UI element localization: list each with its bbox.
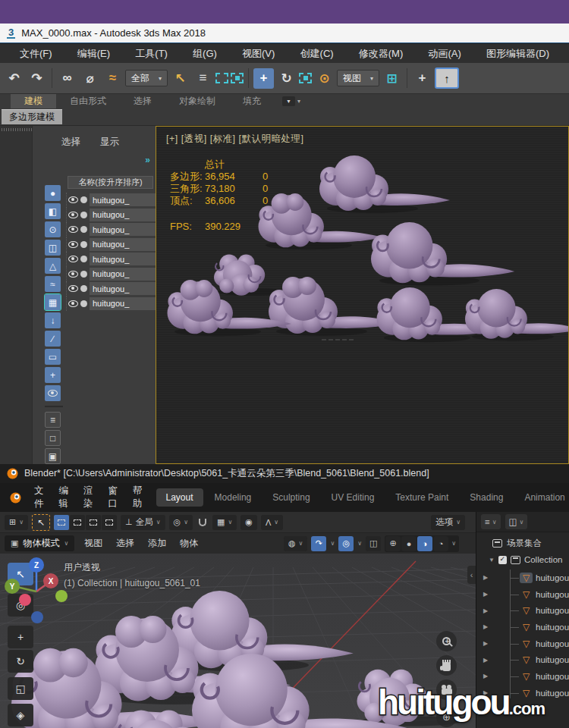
zoom-button[interactable] bbox=[436, 631, 457, 651]
workspace-tab-shading[interactable]: Shading bbox=[460, 488, 513, 507]
scene-object-row-1[interactable]: huitugou_ bbox=[66, 208, 156, 223]
undo-icon[interactable]: ↶ bbox=[4, 68, 24, 89]
visibility-eye-icon[interactable] bbox=[68, 256, 78, 262]
blender-menu-2[interactable]: 渲染 bbox=[77, 483, 99, 512]
reference-coordinate-dropdown[interactable]: 视图▾ bbox=[337, 70, 379, 86]
active-tool-icon[interactable]: ↖ bbox=[32, 514, 50, 531]
scene-object-row-3[interactable]: huitugou_ bbox=[66, 237, 156, 253]
navigation-gizmo[interactable]: Z X Y bbox=[0, 554, 73, 629]
render-dot-icon[interactable] bbox=[80, 300, 87, 307]
show-overlays-toggle[interactable]: ◎ bbox=[338, 536, 354, 551]
select-manipulate-icon[interactable]: + bbox=[412, 68, 432, 89]
snap-toggle-button[interactable]: ↑ bbox=[435, 67, 459, 89]
max-menu-6[interactable]: 修改器(M) bbox=[359, 47, 404, 61]
outliner-item-5[interactable]: ▶▽huitugou bbox=[476, 651, 569, 668]
scale-tool[interactable]: ◱ bbox=[8, 677, 33, 700]
blender-menu-0[interactable]: 文件 bbox=[28, 483, 50, 512]
visibility-eye-icon[interactable] bbox=[68, 212, 78, 218]
visibility-eye-icon[interactable] bbox=[68, 285, 78, 292]
settings-list-icon[interactable]: ▣ bbox=[45, 448, 61, 464]
scene-explorer-menu-1[interactable]: 显示 bbox=[100, 136, 119, 149]
ribbon-tab-3[interactable]: 对象绘制 bbox=[165, 94, 229, 108]
render-dot-icon[interactable] bbox=[80, 212, 87, 218]
max-viewport[interactable]: [+] [透视] [标准] [默认明暗处理] 总计 多边形:36,9540 三角… bbox=[156, 126, 569, 464]
visibility-eye-icon[interactable] bbox=[68, 241, 78, 248]
display-groups-icon[interactable]: ▦ bbox=[45, 294, 61, 310]
render-dot-icon[interactable] bbox=[80, 285, 87, 292]
visibility-eye-icon[interactable] bbox=[68, 226, 78, 233]
outliner-filter-dropdown[interactable]: ◫∨ bbox=[505, 514, 528, 529]
select-scale-icon[interactable] bbox=[299, 73, 312, 83]
use-pivot-center-icon[interactable]: ⊞ bbox=[382, 68, 402, 89]
shading-solid-icon[interactable]: ● bbox=[401, 536, 417, 551]
pivot-point-dropdown[interactable]: ◎∨ bbox=[169, 515, 193, 530]
select-by-name-icon[interactable]: ≡ bbox=[193, 68, 213, 89]
render-dot-icon[interactable] bbox=[80, 226, 87, 233]
workspace-tab-modeling[interactable]: Modeling bbox=[205, 488, 262, 507]
snap-magnet-icon[interactable] bbox=[199, 519, 206, 526]
disclosure-closed-icon[interactable]: ▶ bbox=[483, 623, 488, 630]
pan-button[interactable] bbox=[436, 655, 457, 676]
visibility-eye-icon[interactable] bbox=[68, 271, 78, 278]
blender-menu-4[interactable]: 帮助 bbox=[127, 483, 149, 512]
visibility-eye-icon[interactable] bbox=[68, 196, 78, 203]
render-dot-icon[interactable] bbox=[80, 256, 87, 262]
max-menu-0[interactable]: 文件(F) bbox=[20, 47, 52, 61]
proportional-edit-toggle[interactable]: ◉ bbox=[240, 515, 257, 530]
display-shapes-icon[interactable]: ◧ bbox=[45, 203, 61, 219]
render-dot-icon[interactable] bbox=[80, 196, 87, 203]
snap-target-dropdown[interactable]: ▦∨ bbox=[212, 515, 237, 530]
scene-object-row-5[interactable]: huitugou_ bbox=[66, 267, 156, 282]
outliner-item-1[interactable]: ▶▽huitugou bbox=[476, 586, 569, 603]
name-column-header[interactable]: 名称(按升序排序) bbox=[68, 176, 153, 189]
outliner-display-mode-dropdown[interactable]: ≡∨ bbox=[481, 514, 501, 529]
ribbon-tab-1[interactable]: 自由形式 bbox=[56, 94, 120, 108]
disclosure-closed-icon[interactable]: ▶ bbox=[483, 657, 488, 664]
select-mode-subtract[interactable] bbox=[86, 515, 101, 530]
display-helpers-icon[interactable]: △ bbox=[45, 258, 61, 274]
disclosure-closed-icon[interactable]: ▶ bbox=[483, 607, 488, 614]
workspace-tab-uv-editing[interactable]: UV Editing bbox=[322, 488, 385, 507]
max-menu-1[interactable]: 编辑(E) bbox=[77, 47, 110, 61]
disclosure-open-icon[interactable]: ▼ bbox=[489, 557, 495, 563]
disclosure-closed-icon[interactable]: ▶ bbox=[483, 640, 488, 647]
outliner-item-0[interactable]: ▶▽huitugou bbox=[476, 570, 569, 586]
ribbon-tab-4[interactable]: 填充 bbox=[229, 94, 275, 108]
blender-menu-1[interactable]: 编辑 bbox=[53, 483, 75, 512]
transform-tool[interactable]: ◈ bbox=[8, 704, 33, 726]
max-menu-5[interactable]: 创建(C) bbox=[300, 47, 334, 61]
disclosure-closed-icon[interactable]: ▶ bbox=[483, 673, 488, 679]
select-mode-intersect[interactable] bbox=[102, 515, 117, 530]
blender-menu-3[interactable]: 窗口 bbox=[102, 483, 124, 512]
disclosure-closed-icon[interactable]: ▶ bbox=[483, 591, 488, 598]
scene-explorer-expand-icon[interactable]: » bbox=[145, 155, 150, 165]
viewport-menu-0[interactable]: 视图 bbox=[79, 535, 108, 551]
ribbon-tab-2[interactable]: 选择 bbox=[120, 94, 165, 108]
mode-dropdown[interactable]: ▣物体模式∨ bbox=[5, 535, 74, 551]
viewport-menu-3[interactable]: 物体 bbox=[174, 535, 203, 551]
outliner-item-3[interactable]: ▶▽huitugou bbox=[476, 619, 569, 635]
workspace-tab-texture-paint[interactable]: Texture Paint bbox=[385, 488, 458, 507]
rotate-tool[interactable]: ↻ bbox=[8, 650, 33, 673]
shading-material-icon[interactable]: ◑ bbox=[417, 536, 432, 551]
select-link-icon[interactable]: ∞ bbox=[57, 68, 77, 89]
render-dot-icon[interactable] bbox=[80, 241, 87, 248]
blank-filter-icon[interactable]: □ bbox=[45, 430, 61, 446]
select-object-icon[interactable]: ↖ bbox=[170, 68, 190, 89]
editor-type-dropdown[interactable]: ⊞∨ bbox=[5, 515, 28, 530]
scene-explorer-menu-0[interactable]: 选择 bbox=[61, 136, 80, 149]
bind-to-spacewarp-icon[interactable]: ≈ bbox=[102, 68, 123, 89]
selection-filter-dropdown[interactable]: 全部▾ bbox=[125, 70, 168, 86]
shading-wireframe-icon[interactable]: ⊕ bbox=[385, 536, 401, 551]
show-gizmo-toggle[interactable]: ↷ bbox=[311, 536, 326, 551]
display-bones-icon[interactable]: ∕ bbox=[45, 331, 61, 347]
disclosure-closed-icon[interactable]: ▶ bbox=[483, 574, 488, 581]
viewport-menu-2[interactable]: 添加 bbox=[143, 535, 171, 551]
max-menu-7[interactable]: 动画(A) bbox=[428, 47, 461, 61]
display-xrefs-icon[interactable]: ↓ bbox=[45, 312, 61, 328]
scene-collection-row[interactable]: 场景集合 bbox=[492, 538, 542, 549]
list-view-icon[interactable]: ≡ bbox=[45, 412, 61, 428]
scene-object-row-0[interactable]: huitugou_ bbox=[66, 193, 156, 208]
collection-checkbox[interactable] bbox=[498, 556, 507, 564]
workspace-tab-animation[interactable]: Animation bbox=[514, 488, 569, 507]
